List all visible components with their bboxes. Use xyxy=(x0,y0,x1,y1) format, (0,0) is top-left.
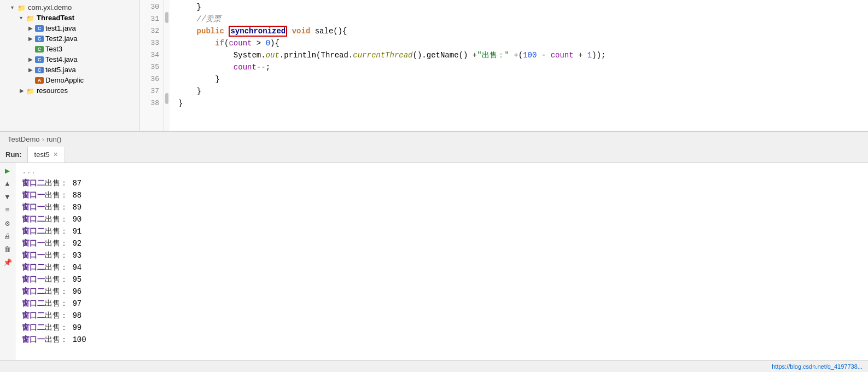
window-label-90: 窗口二 xyxy=(22,215,45,224)
breadcrumb-run[interactable]: run() xyxy=(46,135,61,143)
console-line-ellipsis: ... xyxy=(22,165,861,177)
code-line-31: //卖票 xyxy=(178,13,868,25)
line-num-37: 37 xyxy=(139,85,159,97)
print-button[interactable]: 🖨 xyxy=(2,231,13,242)
code-editor: 30 31 32 33 34 35 36 37 38 } //卖票 xyxy=(139,0,868,131)
action-label-100: 出售： xyxy=(45,335,68,344)
window-label-97: 窗口二 xyxy=(22,299,45,308)
expand-arrow-test5: ▶ xyxy=(28,67,35,73)
kw-synchronized-highlighted: synchronized xyxy=(229,26,287,37)
code-line-37: } xyxy=(178,85,868,97)
window-label-99: 窗口二 xyxy=(22,323,45,332)
action-label-98: 出售： xyxy=(45,311,68,320)
action-label-92: 出售： xyxy=(45,239,68,248)
settings-button[interactable]: ⚙ xyxy=(2,218,13,229)
number-91: 91 xyxy=(68,227,81,236)
sidebar-item-test2[interactable]: ▶ C Test2.java xyxy=(0,33,139,44)
run-play-button[interactable]: ▶ xyxy=(2,165,13,176)
sidebar-item-thread-test[interactable]: ▾ 📁 ThreadTest xyxy=(0,13,139,23)
run-content: ▶ ▲ ▼ ≡ ⚙ 🖨 🗑 📌 ... 窗口二出售： 87 窗口一出售： 88 … xyxy=(0,163,868,360)
action-label-87: 出售： xyxy=(45,179,68,188)
num-100: 100 xyxy=(523,51,537,60)
line-num-31: 31 xyxy=(139,13,159,25)
java-icon-test4: C xyxy=(35,56,44,63)
number-96: 96 xyxy=(68,287,81,296)
code-content[interactable]: } //卖票 public synchronized void sale(){ … xyxy=(170,0,868,131)
line-num-30: 30 xyxy=(139,1,159,13)
sidebar-label-com-yxl-demo: com.yxl.demo xyxy=(28,3,72,11)
line-numbers: 30 31 32 33 34 35 36 37 38 xyxy=(139,0,164,131)
sidebar-label-test2: Test2.java xyxy=(45,34,78,43)
code-area: 30 31 32 33 34 35 36 37 38 } //卖票 xyxy=(139,0,868,131)
status-url-link[interactable]: https://blog.csdn.net/q_4197738... xyxy=(772,363,863,370)
number-95: 95 xyxy=(68,275,81,284)
scrollbar-thumb-top[interactable] xyxy=(165,12,168,23)
code-line-36: } xyxy=(178,73,868,85)
window-label-95: 窗口一 xyxy=(22,275,45,284)
java-icon-demo: A xyxy=(35,77,44,84)
pin-button[interactable]: 📌 xyxy=(2,257,13,268)
filter-button[interactable]: ≡ xyxy=(2,205,13,216)
vertical-scrollbar-gutter xyxy=(164,0,170,131)
sidebar-item-test4[interactable]: ▶ C Test4.java xyxy=(0,54,139,65)
sidebar-item-com-yxl-demo[interactable]: ▾ 📁 com.yxl.demo xyxy=(0,2,139,13)
code-line-34: System.out.println(Thread.currentThread(… xyxy=(178,49,868,61)
sidebar-label-test5: test5.java xyxy=(45,66,76,74)
breadcrumb-testdemo[interactable]: TestDemo xyxy=(8,135,40,143)
window-label-96: 窗口二 xyxy=(22,287,45,296)
sidebar: ▾ 📁 com.yxl.demo ▾ 📁 ThreadTest ▶ C test… xyxy=(0,0,139,131)
console-line-96: 窗口二出售： 96 xyxy=(22,286,861,298)
expand-arrow-test1: ▶ xyxy=(28,25,35,31)
kw-if: if xyxy=(215,39,224,48)
run-tab-label: test5 xyxy=(34,150,50,159)
console-line-87: 窗口二出售： 87 xyxy=(22,177,861,189)
line-num-32: 32 xyxy=(139,25,159,37)
console-line-100: 窗口一出售： 100 xyxy=(22,334,861,346)
sidebar-item-demo-applic[interactable]: A DemoApplic xyxy=(0,75,139,85)
number-93: 93 xyxy=(68,251,81,260)
code-line-35: count--; xyxy=(178,61,868,73)
method-sale: sale(){ xyxy=(315,27,347,36)
window-label-98: 窗口二 xyxy=(22,311,45,320)
run-tabbar: Run: test5 ✕ xyxy=(0,147,868,163)
number-89: 89 xyxy=(68,203,81,212)
window-label-87: 窗口二 xyxy=(22,179,45,188)
console-line-90: 窗口二出售： 90 xyxy=(22,213,861,225)
scrollbar-thumb-bottom[interactable] xyxy=(165,93,168,104)
num-zero: 0 xyxy=(266,39,270,48)
console-line-89: 窗口一出售： 89 xyxy=(22,201,861,213)
java-icon-test2: C xyxy=(35,36,44,42)
action-label-91: 出售： xyxy=(45,227,68,236)
sidebar-item-test1[interactable]: ▶ C test1.java xyxy=(0,23,139,33)
code-line-32: public synchronized void sale(){ xyxy=(178,25,868,37)
action-label-93: 出售： xyxy=(45,251,68,260)
sidebar-label-thread-test: ThreadTest xyxy=(37,14,74,22)
line-num-38: 38 xyxy=(139,97,159,109)
var-count-35: count xyxy=(234,63,257,72)
console-line-97: 窗口二出售： 97 xyxy=(22,298,861,310)
sidebar-item-test5[interactable]: ▶ C test5.java xyxy=(0,65,139,75)
sidebar-label-test3: Test3 xyxy=(45,45,62,53)
sidebar-label-resources: resources xyxy=(37,86,68,95)
line-num-35: 35 xyxy=(139,61,159,73)
var-count-34: count xyxy=(551,51,574,60)
folder-icon-thread: 📁 xyxy=(26,15,35,21)
scroll-up-button[interactable]: ▲ xyxy=(2,178,13,189)
number-98: 98 xyxy=(68,311,81,320)
sidebar-item-resources[interactable]: ▶ 📁 resources xyxy=(0,85,139,96)
run-tab-test5[interactable]: test5 ✕ xyxy=(28,147,65,162)
sidebar-label-demo-applic: DemoApplic xyxy=(45,76,84,84)
console-line-95: 窗口一出售： 95 xyxy=(22,274,861,286)
java-icon-test3: C xyxy=(35,46,44,53)
console-line-98: 窗口二出售： 98 xyxy=(22,310,861,322)
delete-button[interactable]: 🗑 xyxy=(2,244,13,255)
scroll-down-button[interactable]: ▼ xyxy=(2,191,13,202)
console-line-94: 窗口二出售： 94 xyxy=(22,261,861,274)
expand-arrow-resources: ▶ xyxy=(20,88,26,94)
expand-arrow-thread-test: ▾ xyxy=(20,15,26,21)
close-tab-button[interactable]: ✕ xyxy=(53,151,58,158)
action-label-90: 出售： xyxy=(45,215,68,224)
console-line-92: 窗口一出售： 92 xyxy=(22,237,861,249)
sidebar-item-test3[interactable]: C Test3 xyxy=(0,44,139,54)
number-87: 87 xyxy=(68,179,81,188)
